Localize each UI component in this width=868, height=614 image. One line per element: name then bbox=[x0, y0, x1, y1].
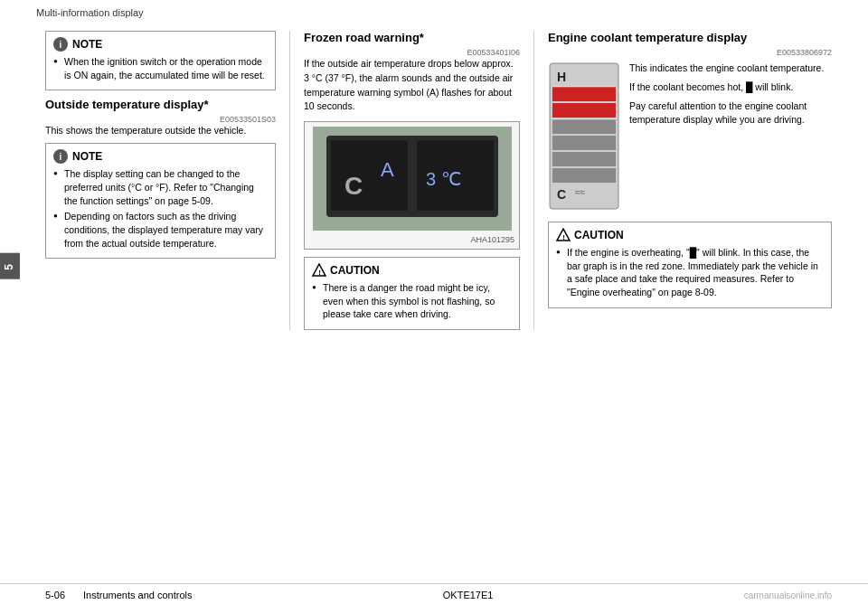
svg-text:!: ! bbox=[562, 233, 565, 241]
footer-section: Instruments and controls bbox=[83, 590, 192, 600]
frozen-road-heading: Frozen road warning* bbox=[304, 31, 520, 44]
svg-rect-2 bbox=[331, 140, 408, 211]
note-box-1: i NOTE When the ignition switch or the o… bbox=[45, 31, 276, 90]
frozen-road-diagram: C A 3 ℃ AHA101295 bbox=[304, 121, 520, 250]
coolant-body-1: This indicates the engine coolant temper… bbox=[629, 61, 832, 76]
svg-text:H: H bbox=[557, 70, 566, 84]
engine-coolant-code: E00533806972 bbox=[548, 48, 832, 57]
note-label-2: NOTE bbox=[72, 150, 102, 163]
engine-coolant-heading: Engine coolant temperature display bbox=[548, 31, 832, 44]
right-column: Engine coolant temperature display E0053… bbox=[533, 31, 832, 330]
note-item-1-1: When the ignition switch or the operatio… bbox=[53, 55, 268, 81]
left-column: i NOTE When the ignition switch or the o… bbox=[45, 31, 289, 330]
note-item-2-2: Depending on factors such as the driving… bbox=[53, 210, 268, 250]
caution-item-right-1: If the engine is overheating, "█" will b… bbox=[556, 246, 824, 299]
svg-rect-13 bbox=[552, 119, 616, 134]
outside-temp-heading: Outside temperature display* bbox=[45, 98, 276, 111]
caution-icon-middle: ! bbox=[312, 263, 326, 278]
footer-right: carmanualsonline.info bbox=[744, 590, 832, 600]
frozen-diagram-svg: C A 3 ℃ bbox=[313, 127, 512, 231]
note-icon-1: i bbox=[53, 37, 68, 52]
caution-box-middle: ! CAUTION There is a danger the road mig… bbox=[304, 257, 520, 330]
svg-rect-15 bbox=[552, 152, 616, 166]
note-list-2: The display setting can be changed to th… bbox=[53, 167, 268, 250]
coolant-content: H C ≈≈ bbox=[548, 61, 832, 213]
svg-text:C: C bbox=[557, 187, 566, 202]
diagram-label: AHA101295 bbox=[309, 235, 514, 244]
svg-text:A: A bbox=[381, 158, 394, 181]
caution-icon-right: ! bbox=[556, 228, 571, 242]
frozen-road-body: If the outside air temperature drops bel… bbox=[304, 57, 520, 114]
page-footer: 5-06 Instruments and controls OKTE17E1 c… bbox=[0, 583, 868, 600]
outside-temp-code: E00533501S03 bbox=[45, 115, 276, 124]
svg-text:3 ℃: 3 ℃ bbox=[426, 169, 461, 189]
note-list-1: When the ignition switch or the operatio… bbox=[53, 55, 268, 81]
coolant-text: This indicates the engine coolant temper… bbox=[629, 61, 832, 213]
svg-text:!: ! bbox=[318, 269, 321, 277]
coolant-body-2: If the coolant becomes hot, █ will blink… bbox=[629, 80, 832, 95]
footer-page-number: 5-06 bbox=[45, 590, 65, 600]
coolant-gauge-container: H C ≈≈ bbox=[548, 61, 620, 213]
page-header: Multi-information display bbox=[0, 0, 868, 22]
caution-list-right: If the engine is overheating, "█" will b… bbox=[556, 246, 824, 299]
svg-rect-12 bbox=[552, 103, 616, 118]
footer-left: 5-06 Instruments and controls bbox=[45, 590, 192, 600]
svg-rect-11 bbox=[552, 87, 616, 101]
footer-watermark: carmanualsonline.info bbox=[744, 590, 832, 600]
footer-doc-code: OKTE17E1 bbox=[443, 590, 494, 600]
frozen-road-code: E00533401I06 bbox=[304, 48, 520, 57]
note-box-2: i NOTE The display setting can be change… bbox=[45, 143, 276, 259]
caution-label-right: CAUTION bbox=[574, 229, 624, 241]
note-header-2: i NOTE bbox=[53, 149, 268, 164]
page-container: Multi-information display 5 i NOTE When … bbox=[0, 0, 868, 614]
caution-header-right: ! CAUTION bbox=[556, 228, 824, 242]
outside-temp-body: This shows the temperature outside the v… bbox=[45, 124, 276, 138]
coolant-gauge-svg: H C ≈≈ bbox=[548, 61, 620, 211]
middle-column: Frozen road warning* E00533401I06 If the… bbox=[289, 31, 533, 330]
caution-item-middle-1: There is a danger the road might be icy,… bbox=[312, 281, 512, 321]
footer-center: OKTE17E1 bbox=[443, 590, 494, 600]
svg-rect-16 bbox=[552, 168, 616, 183]
caution-list-middle: There is a danger the road might be icy,… bbox=[312, 281, 512, 321]
note-label-1: NOTE bbox=[72, 38, 102, 51]
content-area: i NOTE When the ignition switch or the o… bbox=[0, 22, 868, 339]
svg-text:≈≈: ≈≈ bbox=[575, 187, 585, 197]
note-icon-2: i bbox=[53, 149, 68, 164]
caution-header-middle: ! CAUTION bbox=[312, 263, 512, 278]
chapter-tab: 5 bbox=[0, 253, 20, 279]
note-item-2-1: The display setting can be changed to th… bbox=[53, 167, 268, 207]
header-title: Multi-information display bbox=[36, 7, 144, 18]
caution-box-right: ! CAUTION If the engine is overheating, … bbox=[548, 222, 832, 308]
svg-text:C: C bbox=[344, 172, 363, 200]
caution-label-middle: CAUTION bbox=[330, 264, 380, 277]
svg-rect-14 bbox=[552, 136, 616, 150]
coolant-body-3: Pay careful attention to the engine cool… bbox=[629, 99, 832, 128]
note-header-1: i NOTE bbox=[53, 37, 268, 52]
